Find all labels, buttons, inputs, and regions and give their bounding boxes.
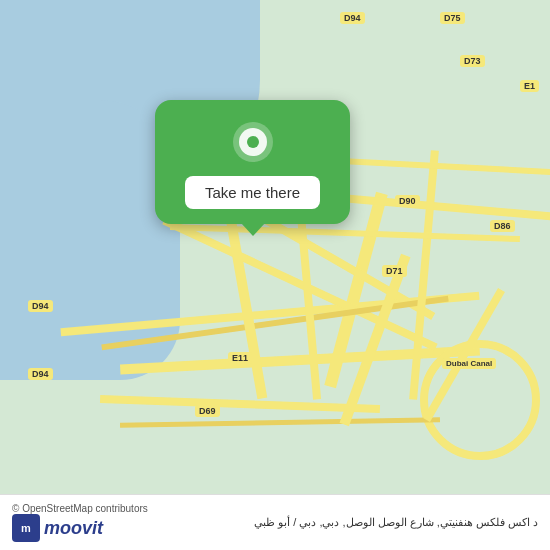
bottom-bar-content: © OpenStreetMap contributors m moovit د … xyxy=(12,503,538,542)
road-label-d94-3: D94 xyxy=(28,368,53,380)
road-label-d73: D73 xyxy=(460,55,485,67)
road-label-d94-2: D94 xyxy=(28,300,53,312)
road-label-d69: D69 xyxy=(195,405,220,417)
moovit-name: moovit xyxy=(44,518,103,539)
svg-point-2 xyxy=(247,136,259,148)
road-label-d75: D75 xyxy=(440,12,465,24)
bottom-bar-left: © OpenStreetMap contributors m moovit xyxy=(12,503,187,542)
road-label-d86: D86 xyxy=(490,220,515,232)
road-label-d71: D71 xyxy=(382,265,407,277)
road-label-e11: E11 xyxy=(228,352,252,364)
bottom-info-bar: © OpenStreetMap contributors m moovit د … xyxy=(0,494,550,550)
road-label-d94: D94 xyxy=(340,12,365,24)
road-label-dubai-canal: Dubai Canal xyxy=(442,358,496,369)
road-label-d90: D90 xyxy=(395,195,420,207)
location-pin-icon xyxy=(231,120,275,164)
road-label-e1: E1 xyxy=(520,80,539,92)
location-address: د اكس فلكس هنفنيتي, شارع الوصل الوصل, دب… xyxy=(187,516,538,529)
popup-card: Take me there xyxy=(155,100,350,224)
address-container: د اكس فلكس هنفنيتي, شارع الوصل الوصل, دب… xyxy=(187,516,538,529)
moovit-logo: m moovit xyxy=(12,514,187,542)
moovit-icon: m xyxy=(12,514,40,542)
osm-attribution: © OpenStreetMap contributors xyxy=(12,503,187,514)
take-me-there-button[interactable]: Take me there xyxy=(185,176,320,209)
map-container: D94 D75 D73 E1 D90 D86 D71 D94 D94 E11 D… xyxy=(0,0,550,550)
